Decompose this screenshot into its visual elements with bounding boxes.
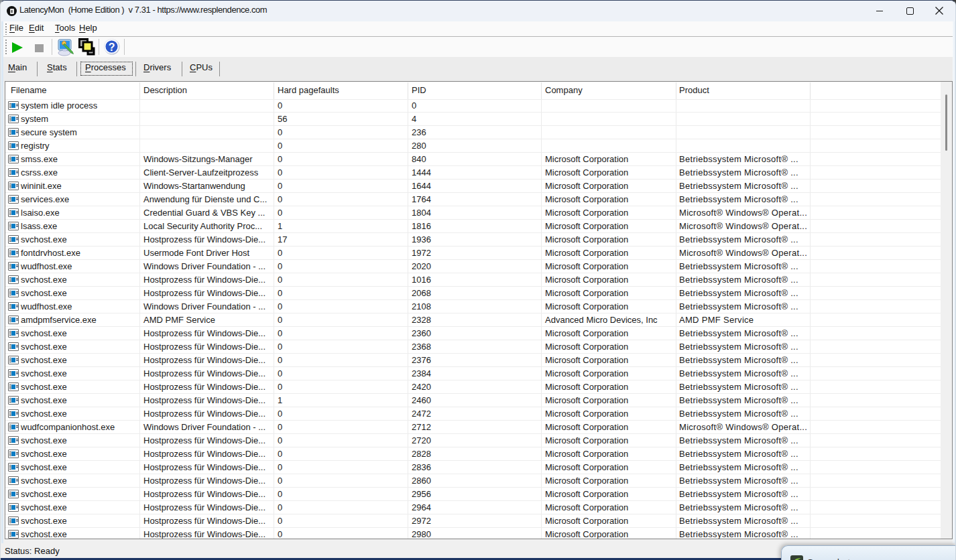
svg-text:?: ? — [109, 42, 115, 53]
